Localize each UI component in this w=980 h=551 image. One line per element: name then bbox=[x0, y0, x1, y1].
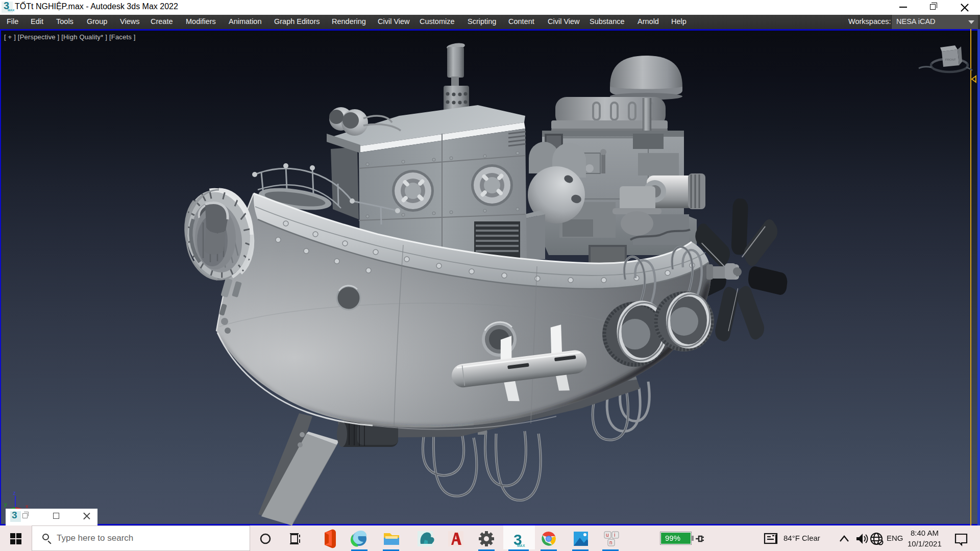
svg-text:y: y bbox=[4, 501, 7, 507]
svg-text:FRONT: FRONT bbox=[945, 58, 956, 61]
svg-text:z: z bbox=[13, 490, 16, 496]
